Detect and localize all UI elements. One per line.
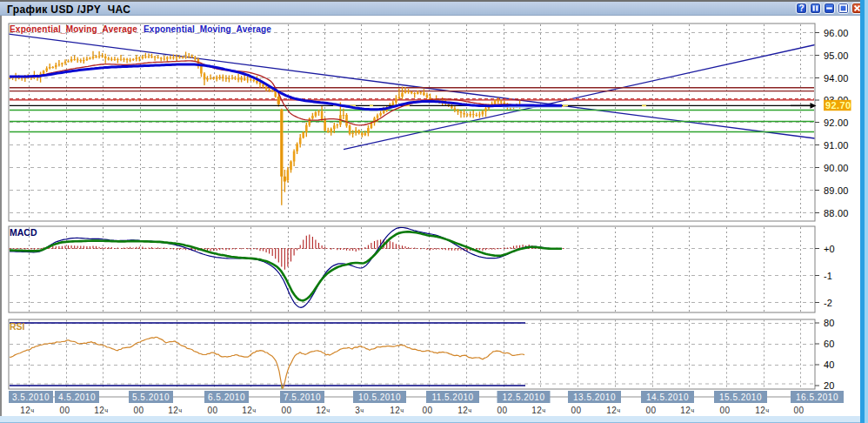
svg-text:60: 60 [824, 339, 835, 349]
svg-text:95.00: 95.00 [824, 50, 849, 61]
svg-text:00: 00 [571, 406, 581, 415]
svg-text:13.5.2010: 13.5.2010 [573, 393, 616, 402]
svg-text:?: ? [798, 3, 804, 13]
svg-text:MACD: MACD [10, 227, 37, 238]
svg-text:12ч: 12ч [20, 406, 35, 415]
svg-text:12ч: 12ч [531, 406, 546, 415]
svg-text:4.5.2010: 4.5.2010 [58, 393, 96, 402]
svg-text:00: 00 [719, 406, 730, 415]
svg-text:12ч: 12ч [680, 406, 695, 415]
svg-text:94.00: 94.00 [824, 73, 849, 84]
svg-text:+0: +0 [824, 244, 835, 254]
svg-text:00: 00 [422, 406, 432, 415]
svg-text:88.00: 88.00 [824, 208, 849, 218]
svg-text:12ч: 12ч [316, 406, 331, 415]
svg-text:3.5.2010: 3.5.2010 [12, 393, 50, 402]
svg-text:12ч: 12ч [94, 406, 109, 415]
svg-text:Exponential_Moving_Average: Exponential_Moving_Average [144, 24, 271, 34]
svg-text:14.5.2010: 14.5.2010 [646, 393, 689, 402]
svg-text:15.5.2010: 15.5.2010 [719, 393, 762, 402]
svg-text:-1: -1 [824, 271, 832, 281]
svg-text:12ч: 12ч [755, 406, 770, 415]
svg-text:92.70: 92.70 [825, 100, 851, 111]
svg-text:91.00: 91.00 [824, 140, 849, 151]
svg-text:00: 00 [281, 406, 291, 415]
svg-text:96.00: 96.00 [824, 28, 849, 38]
svg-text:5.5.2010: 5.5.2010 [132, 393, 170, 402]
svg-text:12ч: 12ч [606, 406, 621, 415]
svg-text:00: 00 [497, 406, 507, 415]
svg-text:00: 00 [133, 406, 144, 415]
svg-text:12ч: 12ч [168, 406, 183, 415]
svg-text:00: 00 [793, 406, 804, 415]
svg-text:92.00: 92.00 [824, 118, 849, 128]
svg-text:6.5.2010: 6.5.2010 [208, 393, 245, 402]
svg-text:16.5.2010: 16.5.2010 [796, 393, 838, 402]
svg-text:12.5.2010: 12.5.2010 [503, 393, 545, 402]
svg-text:40: 40 [824, 359, 835, 370]
svg-text:00: 00 [59, 406, 70, 415]
svg-text:20: 20 [824, 380, 835, 391]
svg-text:11.5.2010: 11.5.2010 [431, 393, 473, 402]
svg-text:00: 00 [207, 406, 217, 415]
svg-text:RSI: RSI [10, 321, 25, 332]
svg-text:90.00: 90.00 [824, 163, 849, 173]
svg-text:00: 00 [645, 406, 656, 415]
svg-text:12ч: 12ч [457, 406, 472, 415]
svg-text:12ч: 12ч [390, 406, 404, 415]
svg-text:80: 80 [824, 318, 835, 328]
svg-text:7.5.2010: 7.5.2010 [284, 393, 321, 402]
svg-text:-2: -2 [824, 298, 832, 308]
svg-text:Exponential_Moving_Average: Exponential_Moving_Average [10, 24, 137, 34]
svg-text:12ч: 12ч [242, 406, 257, 415]
svg-text:89.00: 89.00 [824, 185, 849, 196]
svg-text:3ч: 3ч [355, 406, 364, 415]
svg-text:10.5.2010: 10.5.2010 [358, 393, 401, 402]
